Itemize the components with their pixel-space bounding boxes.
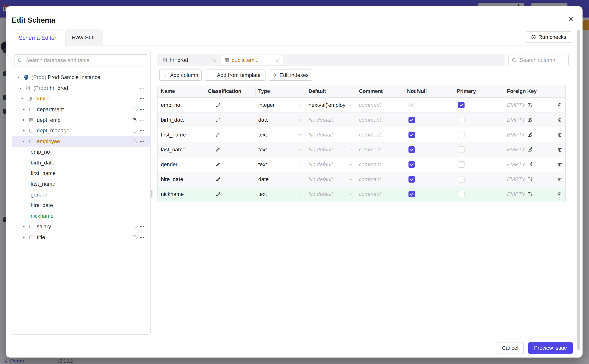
copy-icon[interactable] [132,107,137,112]
copy-icon[interactable] [132,128,137,133]
copy-icon[interactable] [132,224,137,229]
tab-schema-editor[interactable]: Schema Editor [12,30,63,46]
tree-column-birth_date[interactable]: birth_date [12,157,150,168]
tree-item-title[interactable]: title [12,232,150,243]
close-icon[interactable] [567,15,575,23]
tree-item-dept_manager[interactable]: dept_manager [12,125,150,136]
run-checks-button[interactable]: Run checks [525,31,572,43]
primary-checkbox-unchecked[interactable] [458,131,465,138]
preview-issue-button[interactable]: Preview issue [528,342,573,354]
chevron-down-icon[interactable] [349,132,353,137]
caret-right-icon[interactable] [22,235,26,239]
chevron-down-icon[interactable] [298,192,303,196]
chevron-down-icon[interactable] [349,162,353,167]
copy-icon[interactable] [132,118,137,123]
tree-item-salary[interactable]: salary [12,221,150,232]
tree-column-first_name[interactable]: first_name [12,168,150,179]
delete-column-icon[interactable] [557,103,562,108]
chevron-down-icon[interactable] [298,118,303,122]
copy-icon[interactable] [132,235,137,240]
edit-indexes-button[interactable]: Edit indexes [268,70,312,81]
tree-item-dept_emp[interactable]: dept_emp [12,115,150,125]
comment-input[interactable]: comment [356,147,381,153]
delete-column-icon[interactable] [557,177,562,182]
classification-edit-icon[interactable] [216,162,221,167]
more-icon[interactable] [139,224,144,229]
foreign-key-edit-icon[interactable] [527,147,532,152]
classification-edit-icon[interactable] [216,132,221,137]
primary-checkbox-unchecked[interactable] [458,191,465,197]
column-name-field[interactable]: hire_date [158,176,183,182]
tree-column-gender[interactable]: gender [12,189,150,200]
close-icon[interactable] [275,58,280,62]
delete-column-icon[interactable] [557,147,562,152]
more-icon[interactable] [139,86,144,91]
not-null-checkbox-checked[interactable] [408,191,415,197]
type-select[interactable]: text [255,132,267,138]
more-icon[interactable] [139,96,144,101]
type-select[interactable]: integer [255,102,275,108]
panel-resize-handle[interactable] [151,190,153,198]
close-icon[interactable] [212,58,217,62]
tree-column-last_name[interactable]: last_name [12,179,150,189]
foreign-key-edit-icon[interactable] [527,103,532,108]
more-icon[interactable] [139,128,144,133]
default-select[interactable]: No default [306,176,333,182]
chevron-down-icon[interactable] [298,147,303,152]
more-icon[interactable] [139,118,144,123]
more-icon[interactable] [139,107,144,112]
more-icon[interactable] [139,139,144,144]
default-select[interactable]: No default [306,191,333,197]
not-null-checkbox-checked[interactable] [408,146,415,153]
not-null-checkbox-checked[interactable] [408,117,415,123]
primary-checkbox-unchecked[interactable] [458,146,465,153]
copy-icon[interactable] [132,139,137,144]
comment-input[interactable]: comment [356,102,381,108]
foreign-key-edit-icon[interactable] [527,162,532,167]
tree-column-nickname[interactable]: nickname [12,211,150,221]
classification-edit-icon[interactable] [216,147,221,152]
column-name-field[interactable]: nickname [158,191,184,197]
caret-right-icon[interactable] [22,129,26,132]
type-select[interactable]: date [255,176,269,182]
chevron-down-icon[interactable] [349,177,353,182]
delete-column-icon[interactable] [557,162,562,167]
cancel-button[interactable]: Cancel [496,342,524,354]
tree-column-hire_date[interactable]: hire_date [12,200,150,211]
tree-item-Prod Sample Instance[interactable]: (Prod) Prod Sample Instance [12,72,150,83]
classification-edit-icon[interactable] [216,177,221,182]
type-select[interactable]: text [255,147,267,153]
classification-edit-icon[interactable] [216,103,221,108]
default-select[interactable]: nextval('employ [306,102,346,108]
foreign-key-edit-icon[interactable] [527,132,532,137]
default-select[interactable]: No default [306,132,333,138]
tree-item-hr_prod[interactable]: (Prod) hr_prod [12,83,150,93]
default-select[interactable]: No default [306,147,333,153]
caret-right-icon[interactable] [22,225,26,228]
type-select[interactable]: date [255,117,269,123]
delete-column-icon[interactable] [557,117,562,122]
column-name-field[interactable]: first_name [158,132,186,138]
primary-checkbox-unchecked[interactable] [458,176,465,182]
primary-checkbox-unchecked[interactable] [458,117,465,123]
primary-checkbox-unchecked[interactable] [458,161,465,168]
delete-column-icon[interactable] [557,132,562,137]
not-null-checkbox-checked[interactable] [408,176,415,182]
chevron-down-icon[interactable] [349,103,353,107]
comment-input[interactable]: comment [356,162,381,168]
caret-down-icon[interactable] [20,97,24,101]
type-select[interactable]: text [255,162,267,168]
chevron-down-icon[interactable] [298,103,303,107]
database-search-input[interactable] [25,55,146,66]
tree-item-department[interactable]: department [12,104,150,115]
caret-right-icon[interactable] [22,118,26,122]
classification-edit-icon[interactable] [216,117,221,122]
comment-input[interactable]: comment [356,176,381,182]
column-name-field[interactable]: gender [158,162,177,168]
tab-raw-sql[interactable]: Raw SQL [65,30,103,46]
editor-tab-hr_prod[interactable]: hr_prod [159,55,220,65]
chevron-down-icon[interactable] [349,192,353,196]
chevron-down-icon[interactable] [349,147,353,152]
add-from-template-button[interactable]: Add from template [205,70,266,81]
caret-down-icon[interactable] [22,140,26,143]
